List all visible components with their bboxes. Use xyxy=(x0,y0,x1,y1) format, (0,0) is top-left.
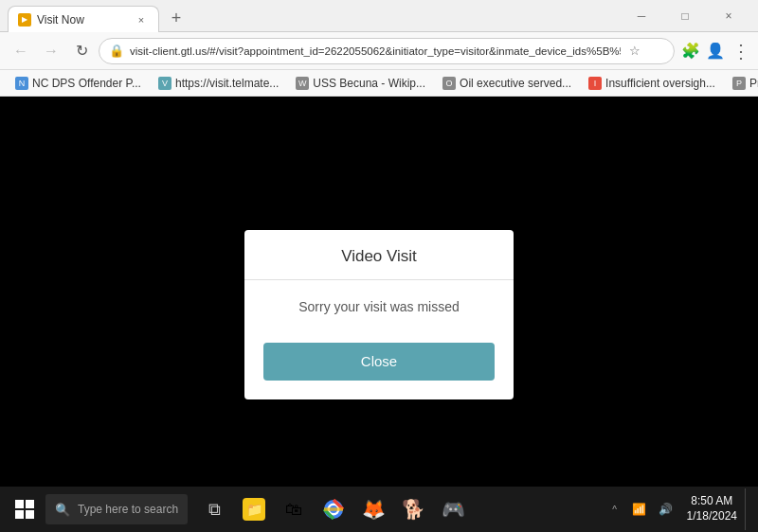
url-input[interactable] xyxy=(130,45,621,57)
taskbar-extra[interactable]: 🎮 xyxy=(434,488,472,530)
chrome-icon xyxy=(322,498,345,521)
taskbar-apps: ⧉ 📁 🛍 xyxy=(195,488,472,530)
modal-body: Sorry your visit was missed xyxy=(244,280,514,343)
bookmark-0[interactable]: N NC DPS Offender P... xyxy=(8,75,149,92)
extra-icon: 🎮 xyxy=(442,498,464,521)
tab-favicon: ▶ xyxy=(18,13,31,27)
opera-icon: 🐕 xyxy=(402,498,424,521)
taskbar-file-explorer[interactable]: 📁 xyxy=(235,488,273,530)
show-desktop-button[interactable] xyxy=(745,488,750,530)
reload-button[interactable]: ↻ xyxy=(68,38,95,64)
modal-close-button[interactable]: Close xyxy=(263,343,495,381)
taskbar-opera[interactable]: 🐕 xyxy=(394,488,432,530)
tray-volume-icon[interactable]: 🔊 xyxy=(653,488,679,530)
new-tab-button[interactable]: + xyxy=(163,5,190,31)
firefox-icon: 🦊 xyxy=(362,498,385,521)
modal-footer: Close xyxy=(244,343,514,399)
bookmarks-bar: N NC DPS Offender P... V https://visit.t… xyxy=(0,70,758,97)
store-icon: 🛍 xyxy=(282,498,305,521)
address-bar[interactable]: 🔒 ☆ xyxy=(99,38,675,64)
menu-icon[interactable]: ⋮ xyxy=(730,41,750,62)
taskbar-firefox[interactable]: 🦊 xyxy=(354,488,392,530)
tray-network-icon[interactable]: 📶 xyxy=(626,488,653,530)
browser-window: ▶ Visit Now × + ─ □ × ← → ↻ 🔒 ☆ 🧩 👤 ⋮ xyxy=(0,0,758,532)
profile-icon[interactable]: 👤 xyxy=(705,41,726,62)
title-bar: ▶ Visit Now × + ─ □ × xyxy=(0,0,758,32)
file-explorer-icon: 📁 xyxy=(243,498,265,521)
modal-dialog: Video Visit Sorry your visit was missed … xyxy=(244,230,514,399)
bookmark-icon[interactable]: ☆ xyxy=(624,41,645,62)
task-view-icon: ⧉ xyxy=(203,498,226,521)
taskbar-chrome[interactable] xyxy=(315,488,352,530)
bookmark-3[interactable]: O Oil executive served... xyxy=(435,75,579,92)
maximize-button[interactable]: □ xyxy=(663,0,707,32)
forward-button[interactable]: → xyxy=(38,38,64,64)
modal-title: Video Visit xyxy=(263,247,495,266)
taskbar: 🔍 Type here to search ⧉ 📁 🛍 xyxy=(0,487,758,532)
bookmark-favicon-0: N xyxy=(15,77,28,90)
back-button[interactable]: ← xyxy=(8,38,34,64)
tab-close-button[interactable]: × xyxy=(134,12,149,27)
start-icon xyxy=(15,500,34,519)
tab-title: Visit Now xyxy=(37,13,128,27)
taskbar-task-view[interactable]: ⧉ xyxy=(195,488,233,530)
system-tray: ^ 📶 🔊 8:50 AM 1/18/2024 xyxy=(604,488,754,530)
tab-strip: ▶ Visit Now × + xyxy=(8,0,620,31)
search-placeholder-text: Type here to search xyxy=(78,503,178,516)
tray-clock[interactable]: 8:50 AM 1/18/2024 xyxy=(679,488,745,530)
bookmark-favicon-3: O xyxy=(442,77,456,90)
bookmark-favicon-1: V xyxy=(158,77,171,90)
bookmark-favicon-2: W xyxy=(296,77,309,90)
close-button[interactable]: × xyxy=(707,0,750,32)
active-tab[interactable]: ▶ Visit Now × xyxy=(8,6,159,32)
clock-time: 8:50 AM xyxy=(691,494,732,509)
address-bar-inner: 🔒 xyxy=(109,44,621,58)
bookmark-favicon-4: I xyxy=(588,77,602,90)
nav-bar: ← → ↻ 🔒 ☆ 🧩 👤 ⋮ xyxy=(0,32,758,70)
address-right-icons: ☆ xyxy=(624,41,645,62)
bookmark-favicon-5: P xyxy=(732,77,746,90)
web-content: Video Visit Sorry your visit was missed … xyxy=(0,97,758,532)
bookmark-2[interactable]: W USS Becuna - Wikip... xyxy=(288,75,433,92)
modal-overlay: Video Visit Sorry your visit was missed … xyxy=(0,97,758,532)
clock-date: 1/18/2024 xyxy=(687,509,737,524)
minimize-button[interactable]: ─ xyxy=(620,0,663,32)
search-icon: 🔍 xyxy=(55,503,70,517)
bookmark-1[interactable]: V https://visit.telmate... xyxy=(151,75,286,92)
taskbar-search[interactable]: 🔍 Type here to search xyxy=(45,494,188,524)
tray-expand-button[interactable]: ^ xyxy=(604,488,626,530)
bookmark-5[interactable]: P Protestors call for N... xyxy=(725,75,758,92)
modal-message: Sorry your visit was missed xyxy=(263,299,495,314)
modal-header: Video Visit xyxy=(244,230,514,280)
bookmark-4[interactable]: I Insufficient oversigh... xyxy=(581,75,723,92)
window-controls: ─ □ × xyxy=(620,0,750,32)
taskbar-store[interactable]: 🛍 xyxy=(275,488,313,530)
extensions-icon[interactable]: 🧩 xyxy=(680,41,701,62)
start-button[interactable] xyxy=(4,488,45,530)
